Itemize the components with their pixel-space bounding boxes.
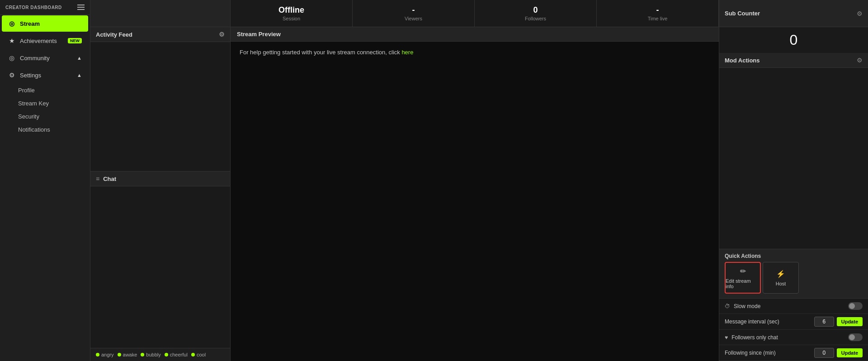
sidebar-item-achievements-label: Achievements [20, 38, 57, 44]
stat-session: Offline Session [231, 0, 353, 27]
emote-cool-dot [191, 353, 195, 356]
message-interval-controls: Update [814, 317, 863, 327]
stream-preview-body: For help getting started with your live … [231, 42, 719, 361]
emote-angry[interactable]: angry [96, 352, 114, 357]
sub-counter-gear-icon[interactable]: ⚙ [857, 10, 863, 17]
mod-actions-header: Mod Actions ⚙ [719, 53, 868, 68]
sidebar-header: CREATOR DASHBOARD [0, 0, 90, 15]
followers-only-label-group: ♥ Followers only chat [725, 334, 778, 341]
emote-awake-dot [118, 353, 121, 356]
stat-followers-label: Followers [525, 16, 546, 21]
sidebar-item-stream-label: Stream [20, 20, 40, 27]
sub-counter-header-bar: Sub Counter ⚙ [719, 0, 868, 27]
profile-label: Profile [18, 87, 35, 94]
message-interval-label: Message interval (sec) [725, 318, 779, 325]
stream-key-label: Stream Key [18, 100, 49, 107]
sub-counter-value: 0 [719, 27, 868, 53]
edit-stream-info-label: Edit stream info [726, 278, 760, 289]
chat-header: ≡ Chat [90, 171, 230, 186]
stream-help-link[interactable]: here [401, 49, 413, 56]
stat-viewers-label: Viewers [405, 16, 422, 21]
sidebar-item-community[interactable]: ◎ Community ▲ [2, 50, 88, 66]
sidebar-item-community-label: Community [20, 55, 50, 62]
chat-section: ≡ Chat angry awake bubbly [90, 171, 230, 361]
quick-action-edit-stream-info[interactable]: ✏ Edit stream info [725, 262, 761, 294]
sidebar-item-settings-label: Settings [20, 72, 41, 79]
stream-preview-title: Stream Preview [237, 31, 281, 38]
emote-bubbly[interactable]: bubbly [141, 352, 160, 357]
emote-bubbly-dot [141, 353, 144, 356]
stat-time-live-label: Time live [648, 16, 668, 21]
emote-cheerful-dot [165, 353, 168, 356]
following-since-input[interactable] [814, 348, 834, 358]
slow-mode-row: ⏱ Slow mode [719, 299, 868, 314]
right-panel: 0 Mod Actions ⚙ Quick Actions ✏ Edit str… [719, 27, 868, 361]
message-interval-update-button[interactable]: Update [837, 317, 863, 326]
mod-actions-body [719, 68, 868, 249]
community-icon: ◎ [8, 54, 15, 62]
content-row: Activity Feed ⚙ ≡ Chat angry aw [90, 27, 868, 361]
mod-controls: ⏱ Slow mode Message interval (sec) Updat… [719, 298, 868, 361]
chat-body [90, 186, 230, 348]
quick-action-host[interactable]: ⚡ Host [763, 262, 799, 294]
achievements-badge: NEW [68, 38, 82, 43]
stat-session-label: Session [283, 16, 300, 21]
hamburger-menu[interactable] [77, 5, 85, 10]
mod-actions-section: Mod Actions ⚙ [719, 53, 868, 249]
center-panel: Stream Preview For help getting started … [231, 27, 719, 361]
emote-cheerful[interactable]: cheerful [165, 352, 188, 357]
sub-counter-title: Sub Counter [725, 10, 760, 17]
sidebar-item-settings[interactable]: ⚙ Settings ▲ [2, 67, 88, 83]
followers-only-icon: ♥ [725, 334, 728, 341]
followers-only-row: ♥ Followers only chat [719, 330, 868, 345]
main-content: Offline Session - Viewers 0 Followers - … [90, 0, 868, 361]
slow-mode-label: Slow mode [734, 303, 760, 309]
sidebar-item-stream-key[interactable]: Stream Key [0, 97, 90, 110]
notifications-label: Notifications [18, 126, 50, 133]
stream-help-text: For help getting started with your live … [240, 49, 413, 56]
chat-list-icon: ≡ [96, 175, 99, 182]
following-since-label: Following since (min) [725, 350, 776, 356]
stream-preview-header: Stream Preview [231, 27, 719, 42]
quick-actions-grid: ✏ Edit stream info ⚡ Host [719, 262, 868, 298]
following-since-controls: Update [814, 348, 863, 358]
activity-feed-gear-icon[interactable]: ⚙ [219, 31, 225, 38]
quick-actions-title: Quick Actions [719, 249, 868, 262]
host-label: Host [776, 281, 786, 286]
stats-bar: Offline Session - Viewers 0 Followers - … [90, 0, 868, 27]
sidebar-item-notifications[interactable]: Notifications [0, 123, 90, 136]
sidebar-item-stream[interactable]: ◎ Stream [2, 15, 88, 32]
sidebar-item-profile[interactable]: Profile [0, 84, 90, 97]
settings-icon: ⚙ [8, 71, 15, 79]
emote-cool[interactable]: cool [191, 352, 206, 357]
mod-actions-gear-icon[interactable]: ⚙ [857, 57, 863, 64]
emote-awake[interactable]: awake [118, 352, 137, 357]
following-since-update-button[interactable]: Update [837, 348, 863, 357]
stat-viewers-value: - [412, 5, 415, 15]
message-interval-input[interactable] [814, 317, 834, 327]
left-panel: Activity Feed ⚙ ≡ Chat angry aw [90, 27, 231, 361]
emote-angry-dot [96, 353, 99, 356]
emote-angry-label: angry [101, 352, 114, 357]
community-chevron-icon: ▲ [77, 55, 82, 61]
stat-session-value: Offline [278, 5, 304, 15]
sidebar-title: CREATOR DASHBOARD [5, 5, 62, 10]
followers-only-toggle[interactable] [848, 333, 863, 341]
sidebar: CREATOR DASHBOARD ◎ Stream ★ Achievement… [0, 0, 90, 361]
stream-help-text-prefix: For help getting started with your live … [240, 49, 401, 56]
stat-followers: 0 Followers [475, 0, 597, 27]
chat-emotes: angry awake bubbly cheerful [90, 348, 230, 361]
slow-mode-icon: ⏱ [725, 303, 730, 309]
emote-cheerful-label: cheerful [170, 352, 188, 357]
emote-cool-label: cool [197, 352, 206, 357]
stat-time-live-value: - [656, 5, 659, 15]
sidebar-item-achievements[interactable]: ★ Achievements NEW [2, 33, 88, 49]
achievements-icon: ★ [8, 37, 15, 44]
slow-mode-toggle[interactable] [848, 302, 863, 310]
following-since-row: Following since (min) Update [719, 345, 868, 361]
slow-mode-label-group: ⏱ Slow mode [725, 303, 760, 309]
stream-icon: ◎ [8, 20, 15, 27]
sidebar-item-security[interactable]: Security [0, 110, 90, 123]
activity-feed-panel [90, 42, 230, 171]
mod-actions-title: Mod Actions [725, 57, 760, 64]
